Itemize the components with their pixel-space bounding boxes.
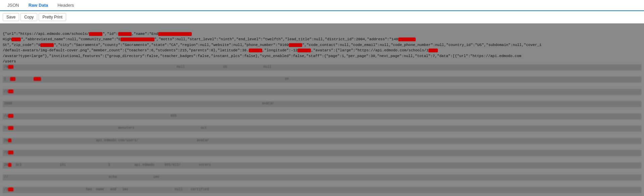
json-blurred-row-2: { ██ ███ on — [3, 77, 641, 83]
json-line-4: /default-avatars/img-default-cover.png",… — [3, 48, 438, 52]
raw-data-content[interactable]: {"url":"https://api.edmodo.com/schools/█… — [0, 23, 644, 196]
json-line-1: {"url":"https://api.edmodo.com/schools/█… — [3, 32, 192, 36]
json-blurred-row-10: // echa ims — [3, 175, 641, 181]
json-line-6: /users — [3, 59, 16, 63]
tab-raw-data[interactable]: Raw Data — [24, 0, 53, 11]
json-blurred-row-5: /u██ 955 — [3, 113, 641, 119]
tab-headers[interactable]: Headers — [53, 0, 79, 11]
app-container: JSON Raw Data Headers Save Copy Pretty P… — [0, 0, 644, 196]
json-blurred-row-8: /2██ — [3, 150, 641, 156]
toolbar: Save Copy Pretty Print — [0, 11, 644, 23]
pretty-print-button[interactable]: Pretty Print — [39, 13, 66, 21]
tab-bar: JSON Raw Data Headers — [0, 0, 644, 11]
json-blurred-row-1: /9██ null US null — [3, 64, 641, 70]
json-line-5: /avatar?type=large"},"institutional_feat… — [3, 54, 521, 58]
json-blurred-row-3: /1██ — [3, 89, 641, 95]
save-button[interactable]: Save — [3, 13, 19, 21]
json-blurred-row-4: 2880 avatar — [3, 101, 641, 107]
json-line-3: St","zip_code":"9██████","city":"Sacrame… — [3, 43, 542, 47]
json-blurred-row-11: /2██ has name and ims null certified — [3, 187, 641, 193]
json-blurred-row-7: 28█ api.edmodo.com/users/ avatar — [3, 138, 641, 144]
json-line-2: High████","abbreviated_name":null,"commu… — [3, 37, 416, 41]
json-blurred-row-9: 28█ 3c3 151 3 api.edmodo 955/022/ voters — [3, 162, 641, 168]
tab-json[interactable]: JSON — [3, 0, 24, 11]
json-blurred-row-6: 7/██ monsters oct — [3, 126, 641, 132]
copy-button[interactable]: Copy — [20, 13, 37, 21]
